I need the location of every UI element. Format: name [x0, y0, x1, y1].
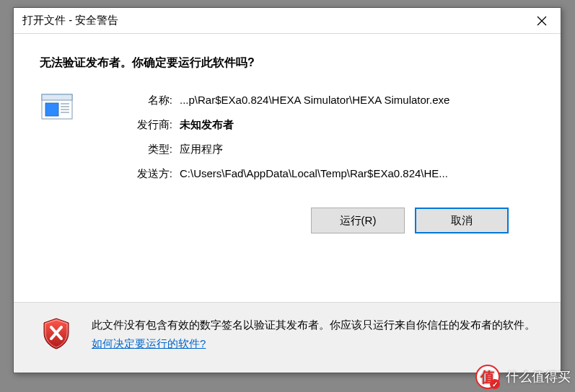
- file-icon-wrap: [40, 92, 83, 122]
- svg-rect-3: [42, 94, 72, 100]
- titlebar: 打开文件 - 安全警告: [14, 8, 561, 34]
- name-value: ...p\Rar$EXa0.824\HEXA Simulator\HEXA Si…: [180, 92, 535, 108]
- publisher-value: 未知发布者: [180, 117, 535, 133]
- info-name-row: 名称: ...p\Rar$EXa0.824\HEXA Simulator\HEX…: [128, 92, 535, 108]
- button-row: 运行(R) 取消: [40, 190, 535, 233]
- application-file-icon: [41, 94, 73, 120]
- info-table: 名称: ...p\Rar$EXa0.824\HEXA Simulator\HEX…: [128, 92, 535, 190]
- type-value: 应用程序: [180, 141, 535, 157]
- watermark-badge-icon: 值: [475, 365, 500, 389]
- watermark: 值 什么值得买: [475, 365, 571, 389]
- info-from-row: 发送方: C:\Users\Fad\AppData\Local\Temp\Rar…: [128, 166, 535, 182]
- publisher-label: 发行商:: [128, 117, 180, 133]
- warning-footer: 此文件没有包含有效的数字签名以验证其发布者。你应该只运行来自你信任的发布者的软件…: [14, 302, 561, 373]
- window-title: 打开文件 - 安全警告: [22, 14, 523, 27]
- type-label: 类型:: [128, 141, 180, 157]
- from-value: C:\Users\Fad\AppData\Local\Temp\Rar$EXa0…: [180, 166, 535, 182]
- dialog-content: 无法验证发布者。你确定要运行此软件吗? 名称: ...p\Rar$EXa0.82…: [14, 34, 561, 233]
- watermark-text: 什么值得买: [506, 368, 571, 386]
- svg-rect-4: [45, 103, 58, 116]
- close-icon: [537, 16, 547, 26]
- security-warning-dialog: 打开文件 - 安全警告 无法验证发布者。你确定要运行此软件吗?: [13, 7, 561, 373]
- info-section: 名称: ...p\Rar$EXa0.824\HEXA Simulator\HEX…: [40, 92, 535, 190]
- from-label: 发送方:: [128, 166, 180, 182]
- warning-text: 此文件没有包含有效的数字签名以验证其发布者。你应该只运行来自你信任的发布者的软件…: [77, 316, 540, 353]
- cancel-button[interactable]: 取消: [415, 208, 509, 233]
- name-label: 名称:: [128, 92, 180, 108]
- info-type-row: 类型: 应用程序: [128, 141, 535, 157]
- help-link[interactable]: 如何决定要运行的软件?: [92, 337, 206, 349]
- dialog-heading: 无法验证发布者。你确定要运行此软件吗?: [40, 55, 535, 71]
- shield-icon-wrap: [41, 316, 77, 352]
- info-publisher-row: 发行商: 未知发布者: [128, 117, 535, 133]
- shield-warning-icon: [41, 317, 71, 350]
- run-button[interactable]: 运行(R): [311, 208, 405, 233]
- warning-message: 此文件没有包含有效的数字签名以验证其发布者。你应该只运行来自你信任的发布者的软件…: [92, 318, 535, 331]
- close-button[interactable]: [523, 8, 561, 34]
